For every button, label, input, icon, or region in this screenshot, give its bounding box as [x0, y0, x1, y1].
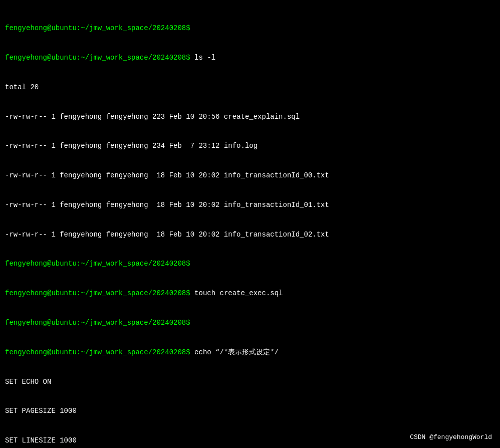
prompt: fengyehong@ubuntu:~/jmw_work_space/20240…	[5, 54, 190, 62]
line-3: total 20	[5, 83, 495, 93]
line-2: fengyehong@ubuntu:~/jmw_work_space/20240…	[5, 53, 495, 63]
output: SET LINESIZE 1000	[5, 436, 77, 444]
line-6: -rw-rw-r-- 1 fengyehong fengyehong 18 Fe…	[5, 171, 495, 181]
command: touch create_exec.sql	[190, 289, 283, 297]
prompt: fengyehong@ubuntu:~/jmw_work_space/20240…	[5, 319, 190, 327]
prompt: fengyehong@ubuntu:~/jmw_work_space/20240…	[5, 24, 190, 32]
command: echo “/*表示形式设定*/	[190, 348, 279, 356]
line-14: SET PAGESIZE 1000	[5, 406, 495, 416]
line-10: fengyehong@ubuntu:~/jmw_work_space/20240…	[5, 289, 495, 299]
line-1: fengyehong@ubuntu:~/jmw_work_space/20240…	[5, 24, 495, 34]
line-8: -rw-rw-r-- 1 fengyehong fengyehong 18 Fe…	[5, 230, 495, 240]
output: -rw-rw-r-- 1 fengyehong fengyehong 18 Fe…	[5, 201, 329, 209]
prompt: fengyehong@ubuntu:~/jmw_work_space/20240…	[5, 348, 190, 356]
terminal-content: fengyehong@ubuntu:~/jmw_work_space/20240…	[5, 4, 495, 448]
output: SET ECHO ON	[5, 378, 51, 386]
output: -rw-rw-r-- 1 fengyehong fengyehong 234 F…	[5, 142, 258, 150]
line-12: fengyehong@ubuntu:~/jmw_work_space/20240…	[5, 348, 495, 358]
prompt: fengyehong@ubuntu:~/jmw_work_space/20240…	[5, 289, 190, 297]
output: -rw-rw-r-- 1 fengyehong fengyehong 18 Fe…	[5, 231, 329, 239]
line-5: -rw-rw-r-- 1 fengyehong fengyehong 234 F…	[5, 141, 495, 151]
line-11: fengyehong@ubuntu:~/jmw_work_space/20240…	[5, 318, 495, 328]
output: SET PAGESIZE 1000	[5, 407, 77, 415]
line-7: -rw-rw-r-- 1 fengyehong fengyehong 18 Fe…	[5, 200, 495, 210]
line-4: -rw-rw-r-- 1 fengyehong fengyehong 223 F…	[5, 112, 495, 122]
output: total 20	[5, 83, 39, 91]
prompt: fengyehong@ubuntu:~/jmw_work_space/20240…	[5, 260, 190, 268]
command: ls -l	[190, 54, 215, 62]
line-9: fengyehong@ubuntu:~/jmw_work_space/20240…	[5, 259, 495, 269]
output: -rw-rw-r-- 1 fengyehong fengyehong 18 Fe…	[5, 171, 329, 179]
terminal-window: fengyehong@ubuntu:~/jmw_work_space/20240…	[5, 4, 495, 448]
output: -rw-rw-r-- 1 fengyehong fengyehong 223 F…	[5, 113, 300, 121]
line-13: SET ECHO ON	[5, 377, 495, 387]
watermark: CSDN @fengyehongWorld	[410, 433, 492, 442]
